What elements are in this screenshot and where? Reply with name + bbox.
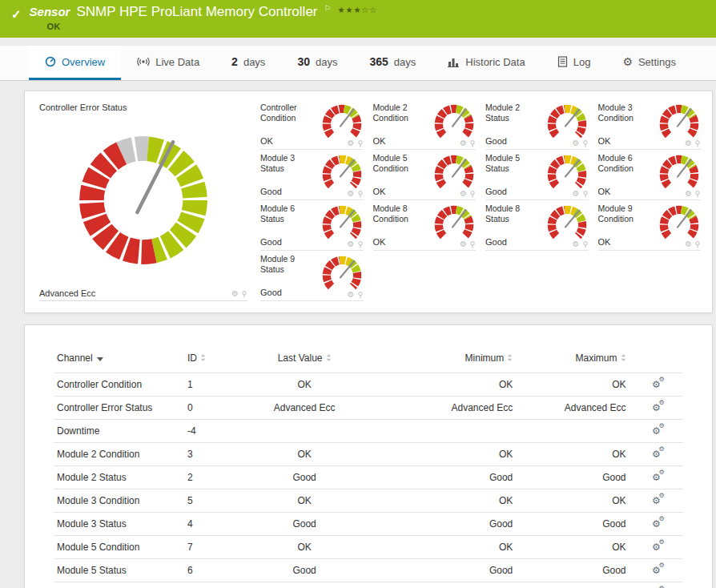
gauge-value: OK — [260, 136, 273, 146]
log-icon — [557, 56, 568, 67]
column-header-minimum[interactable]: Minimum — [376, 348, 516, 373]
cell-id: 1 — [184, 373, 232, 396]
cell-channel: Module 6 Condition — [54, 582, 184, 588]
gear-icon[interactable]: ⚙ — [460, 190, 467, 198]
gear-icon[interactable]: ⚙ — [348, 190, 355, 198]
gear-icon[interactable]: ⚙ — [348, 139, 355, 147]
gear-icon[interactable]: ⚙ — [573, 139, 580, 147]
tab-live-data[interactable]: Live Data — [121, 46, 215, 80]
channel-settings-icon[interactable]: ⚙⚙ — [652, 542, 661, 552]
channel-settings-icon[interactable]: ⚙⚙ — [652, 566, 661, 575]
tab-2-days[interactable]: 2 days — [215, 46, 281, 80]
tab-log[interactable]: Log — [541, 46, 607, 80]
cell-id: 9 — [184, 582, 232, 588]
status-badge: OK — [47, 22, 378, 31]
channel-settings-icon[interactable]: ⚙⚙ — [652, 449, 661, 459]
tab-30-days[interactable]: 30 days — [281, 46, 353, 80]
pin-icon[interactable] — [469, 140, 476, 147]
cell-maximum: OK — [516, 442, 629, 465]
pin-icon[interactable] — [241, 291, 247, 298]
column-label: Last Value — [278, 352, 323, 364]
cell-channel: Module 5 Condition — [54, 535, 184, 558]
pin-icon[interactable] — [357, 241, 364, 248]
gauge-tile: Module 3 Status Good ⚙ — [260, 153, 364, 200]
cell-minimum: OK — [376, 582, 516, 588]
cell-channel: Downtime — [54, 419, 184, 442]
gear-icon[interactable]: ⚙ — [348, 240, 355, 248]
column-header-channel[interactable]: Channel — [54, 348, 184, 373]
column-header-last-value[interactable]: Last Value — [232, 348, 376, 373]
gauge-tile: Module 2 Condition OK ⚙ — [373, 103, 477, 150]
gear-icon[interactable]: ⚙ — [348, 291, 355, 299]
gauge-value: Good — [260, 288, 282, 297]
column-label: Channel — [57, 352, 93, 364]
cell-minimum: OK — [376, 373, 516, 396]
gauge-tile: Module 5 Status Good ⚙ — [485, 153, 589, 200]
tab-settings[interactable]: ⚙ Settings — [606, 46, 692, 80]
gauge-tile: Controller Condition OK ⚙ — [260, 103, 364, 150]
cell-id: -4 — [184, 419, 232, 442]
cell-channel: Controller Error Status — [54, 396, 184, 419]
tab-overview[interactable]: Overview — [29, 46, 121, 80]
cell-minimum: OK — [376, 442, 516, 465]
pin-icon[interactable] — [694, 140, 701, 147]
tab-label: Overview — [62, 56, 105, 68]
gear-icon[interactable]: ⚙ — [231, 290, 239, 298]
channel-settings-icon[interactable]: ⚙⚙ — [652, 473, 661, 482]
column-header-actions — [630, 348, 683, 373]
flag-icon[interactable]: ⚐ — [324, 4, 332, 13]
gear-icon[interactable]: ⚙ — [573, 190, 580, 198]
channel-settings-icon[interactable]: ⚙⚙ — [652, 380, 661, 389]
gauge-tile: Module 2 Status Good ⚙ — [485, 103, 589, 150]
table-row: Module 2 Condition 3 OK OK OK ⚙⚙ — [54, 442, 683, 465]
cell-last-value: Good — [232, 558, 376, 582]
column-header-maximum[interactable]: Maximum — [516, 348, 629, 373]
gear-icon: ⚙ — [658, 469, 664, 476]
cell-id: 6 — [184, 558, 232, 582]
channel-settings-icon[interactable]: ⚙⚙ — [652, 496, 661, 505]
pin-icon[interactable] — [357, 292, 364, 299]
table-row: Module 3 Status 4 Good Good Good ⚙⚙ — [54, 512, 683, 535]
pin-icon[interactable] — [694, 191, 701, 198]
pin-icon[interactable] — [357, 140, 364, 147]
tab-365-days[interactable]: 365 days — [353, 46, 432, 80]
gauge-value: Good — [485, 187, 507, 196]
tab-label: Log — [573, 56, 591, 68]
cell-last-value: OK — [232, 373, 376, 396]
sort-icon — [326, 353, 332, 364]
pin-icon[interactable] — [582, 140, 589, 147]
cell-maximum: OK — [516, 489, 629, 512]
channel-settings-icon[interactable]: ⚙⚙ — [652, 426, 661, 436]
column-header-id[interactable]: ID — [184, 348, 232, 373]
pin-icon[interactable] — [469, 191, 476, 198]
pin-icon[interactable] — [357, 191, 364, 198]
cell-channel: Module 3 Status — [54, 512, 184, 535]
cell-minimum — [376, 419, 516, 442]
gear-icon[interactable]: ⚙ — [573, 240, 580, 248]
star-rating[interactable]: ★★★☆☆ — [337, 6, 377, 14]
table-header-row: Channel ID Last Value Minimum Maximum — [54, 348, 683, 373]
pin-icon[interactable] — [582, 191, 589, 198]
table-row: Module 2 Status 2 Good Good Good ⚙⚙ — [54, 465, 683, 489]
tab-number: 365 — [369, 55, 388, 68]
tab-historic-data[interactable]: Historic Data — [432, 46, 541, 80]
cell-id: 3 — [184, 442, 232, 465]
channel-settings-icon[interactable]: ⚙⚙ — [652, 403, 661, 413]
gear-icon[interactable]: ⚙ — [460, 240, 467, 248]
gear-icon[interactable]: ⚙ — [685, 240, 692, 248]
cell-id: 0 — [184, 396, 232, 419]
cell-id: 2 — [184, 465, 232, 489]
tab-label: Settings — [638, 56, 676, 68]
tab-label: Live Data — [155, 56, 199, 68]
gear-icon[interactable]: ⚙ — [460, 139, 467, 147]
pin-icon[interactable] — [694, 241, 701, 248]
pin-icon[interactable] — [582, 241, 589, 248]
channel-table: Channel ID Last Value Minimum Maximum Co… — [54, 348, 683, 588]
channel-settings-icon[interactable]: ⚙⚙ — [652, 519, 661, 529]
tab-bar: Overview Live Data 2 days 30 days 365 da… — [0, 46, 716, 81]
pin-icon[interactable] — [469, 241, 476, 248]
cell-last-value — [232, 419, 376, 442]
gear-icon[interactable]: ⚙ — [685, 139, 692, 147]
gauge-value: Good — [485, 136, 507, 146]
gear-icon[interactable]: ⚙ — [685, 190, 692, 198]
